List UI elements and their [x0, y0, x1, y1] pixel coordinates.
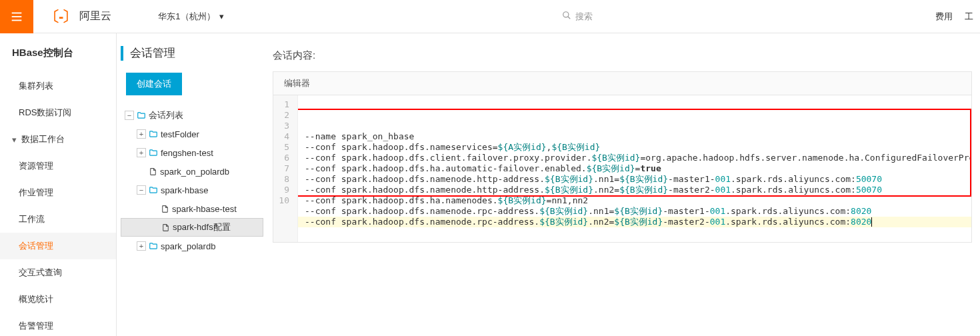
- global-search[interactable]: 搜索: [562, 11, 735, 23]
- sidebar-item-9[interactable]: 告警管理: [0, 313, 116, 336]
- sidebar-item-0[interactable]: 集群列表: [0, 73, 116, 99]
- tree-folder[interactable]: +testFolder: [121, 125, 263, 143]
- brand-logo[interactable]: 〔-〕 阿里云: [45, 7, 111, 27]
- code-line[interactable]: --conf spark.hadoop.dfs.namenode.http-ad…: [305, 185, 971, 195]
- sidebar-item-label: 作业管理: [19, 187, 53, 199]
- tree-label: spark-hbase-test: [172, 204, 237, 214]
- sidebar-item-label: 交互式查询: [19, 267, 62, 279]
- tree-label: spark-hbase: [161, 185, 209, 195]
- sidebar-item-label: 告警管理: [19, 320, 53, 332]
- code-line[interactable]: --conf spark.hadoop.dfs.namenode.rpc-add…: [298, 217, 971, 227]
- hamburger-button[interactable]: [0, 0, 33, 33]
- code-line[interactable]: --conf spark.hadoop.dfs.client.failover.…: [305, 153, 971, 163]
- file-icon: [161, 223, 170, 232]
- tree-file[interactable]: spark-hdfs配置: [121, 218, 263, 237]
- code-line[interactable]: --conf spark.hadoop.dfs.ha.namenodes.${B…: [305, 195, 971, 206]
- sidebar-item-4[interactable]: 作业管理: [0, 179, 116, 206]
- sidebar-item-label: 集群列表: [19, 80, 53, 92]
- code-editor[interactable]: 12345678910 --name spark_on_hbase--conf …: [273, 95, 971, 242]
- tree-label: fengshen-test: [161, 148, 213, 158]
- content-area: 会话内容: 编辑器 12345678910 --name spark_on_hb…: [263, 33, 980, 336]
- hamburger-icon: [9, 9, 24, 24]
- tree-label: 会话列表: [149, 109, 183, 121]
- region-label: 华东1（杭州）: [158, 11, 215, 23]
- file-icon: [149, 167, 157, 176]
- tree-label: spark-hdfs配置: [173, 221, 231, 233]
- tree-panel: 会话管理 创建会话 −会话列表+testFolder+fengshen-test…: [117, 33, 263, 336]
- search-placeholder: 搜索: [575, 11, 593, 23]
- sidebar-item-label: 会话管理: [19, 240, 53, 252]
- expand-icon[interactable]: +: [137, 129, 146, 139]
- tree-folder[interactable]: −会话列表: [121, 106, 263, 125]
- sidebar-item-label: 数据工作台: [21, 133, 65, 145]
- region-selector[interactable]: 华东1（杭州） ▾: [158, 11, 223, 23]
- code-line[interactable]: --conf spark.hadoop.dfs.namenode.rpc-add…: [305, 206, 971, 217]
- tree-folder[interactable]: +spark_polardb: [121, 237, 263, 255]
- tree-folder[interactable]: −spark-hbase: [121, 181, 263, 199]
- sidebar-item-8[interactable]: 概览统计: [0, 286, 116, 313]
- section-title: 会话内容:: [273, 49, 972, 62]
- code-line[interactable]: --conf spark.hadoop.dfs.nameservices=${A…: [305, 142, 971, 153]
- folder-icon: [137, 111, 146, 120]
- tree-label: testFolder: [161, 129, 199, 139]
- folder-icon: [149, 129, 158, 139]
- tree-label: spark_polardb: [161, 241, 215, 251]
- editor-box: 编辑器 12345678910 --name spark_on_hbase--c…: [273, 71, 972, 243]
- search-icon: [562, 11, 571, 22]
- file-icon: [161, 205, 169, 213]
- logo-bracket-icon: 〔-〕: [45, 7, 75, 27]
- sidebar: HBase控制台 集群列表RDS数据订阅▾数据工作台资源管理作业管理工作流会话管…: [0, 33, 117, 336]
- folder-icon: [149, 241, 158, 251]
- svg-line-4: [568, 17, 571, 19]
- sidebar-item-label: 工作流: [19, 213, 45, 225]
- tree-file[interactable]: spark-hbase-test: [121, 199, 263, 218]
- text-cursor: [871, 217, 872, 227]
- session-tree: −会话列表+testFolder+fengshen-testspark_on_p…: [117, 106, 263, 255]
- console-title: HBase控制台: [0, 47, 116, 73]
- page-title-wrap: 会话管理: [117, 45, 263, 61]
- sidebar-item-5[interactable]: 工作流: [0, 206, 116, 233]
- sidebar-item-1[interactable]: RDS数据订阅: [0, 99, 116, 126]
- create-session-button[interactable]: 创建会话: [126, 73, 182, 95]
- code-line[interactable]: --name spark_on_hbase: [305, 131, 971, 142]
- chevron-down-icon: ▾: [219, 11, 224, 21]
- editor-label: 编辑器: [284, 78, 310, 88]
- top-right-links: 费用 工: [935, 11, 973, 23]
- top-link-fee[interactable]: 费用: [935, 11, 953, 23]
- folder-icon: [149, 185, 158, 195]
- editor-toolbar: 编辑器: [273, 72, 971, 95]
- sidebar-item-label: 概览统计: [19, 293, 53, 305]
- page-title: 会话管理: [130, 45, 175, 61]
- sidebar-item-3[interactable]: 资源管理: [0, 153, 116, 179]
- collapse-icon[interactable]: −: [137, 185, 146, 195]
- sidebar-item-label: 资源管理: [19, 160, 53, 172]
- sidebar-item-6[interactable]: 会话管理: [0, 233, 116, 259]
- code-line[interactable]: --conf spark.hadoop.dfs.ha.automatic-fai…: [305, 163, 971, 174]
- expand-icon[interactable]: +: [137, 148, 146, 157]
- code-lines[interactable]: --name spark_on_hbase--conf spark.hadoop…: [298, 95, 971, 242]
- tree-label: spark_on_polardb: [160, 167, 229, 177]
- folder-icon: [149, 148, 158, 157]
- caret-icon: ▾: [12, 135, 19, 145]
- code-line[interactable]: --conf spark.hadoop.dfs.namenode.http-ad…: [305, 174, 971, 185]
- sidebar-item-label: RDS数据订阅: [19, 107, 71, 119]
- collapse-icon[interactable]: −: [125, 111, 134, 120]
- code-line[interactable]: [305, 227, 971, 238]
- top-bar: 〔-〕 阿里云 华东1（杭州） ▾ 搜索 费用 工: [0, 0, 980, 33]
- svg-point-3: [563, 12, 569, 17]
- sidebar-item-2[interactable]: ▾数据工作台: [0, 126, 116, 153]
- expand-icon[interactable]: +: [137, 241, 146, 251]
- sidebar-item-7[interactable]: 交互式查询: [0, 259, 116, 286]
- tree-file[interactable]: spark_on_polardb: [121, 162, 263, 181]
- top-link-work[interactable]: 工: [965, 11, 973, 23]
- brand-text: 阿里云: [79, 9, 111, 23]
- tree-folder[interactable]: +fengshen-test: [121, 143, 263, 162]
- line-gutter: 12345678910: [273, 95, 298, 242]
- title-bar-accent: [121, 46, 123, 61]
